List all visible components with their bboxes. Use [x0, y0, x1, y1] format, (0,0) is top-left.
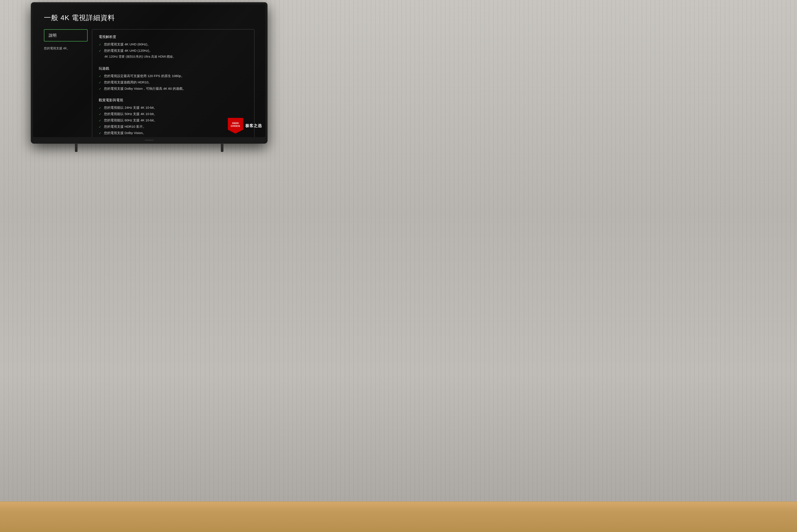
check-item: ✓ 您的電視能以 60Hz 支援 4K 10-bit。: [99, 117, 248, 124]
check-icon: ✓: [99, 74, 101, 79]
check-icon: ✓: [99, 49, 101, 54]
tv-wrapper: 一般 4K 電視詳細資料 說明 您的電視支援 4K。 電視解析度 ✓ 您的電視支…: [31, 3, 267, 152]
geek-badge: GEEK CHOICE: [228, 118, 243, 134]
menu-item-description[interactable]: 說明: [44, 29, 88, 41]
tv-leg-left: [75, 143, 77, 152]
check-icon: ✓: [99, 131, 101, 136]
check-icon: ✓: [99, 118, 101, 124]
tv-brand-mark: [145, 140, 153, 140]
tv-bezel-bottom: [33, 137, 265, 143]
section-title-resolution: 電視解析度: [99, 35, 248, 39]
left-panel: 說明 您的電視支援 4K。: [44, 29, 88, 137]
check-icon: ✓: [99, 106, 101, 111]
check-item: ✓ 您的電視支援 Dolby Vision，可執行最高 4K 60 的遊戲。: [99, 86, 248, 92]
check-item: ✓ 您的電視支援 HDR10 影片。: [99, 124, 248, 130]
check-item: ✓ 您的電視能以 24Hz 支援 4K 10-bit。: [99, 105, 248, 111]
watermark: GEEK CHOICE 极客之选: [228, 118, 262, 134]
geek-text-line2: CHOICE: [231, 125, 240, 128]
check-icon: ✓: [99, 87, 101, 92]
screen-content: 一般 4K 電視詳細資料 說明 您的電視支援 4K。 電視解析度 ✓ 您的電視支…: [33, 4, 265, 137]
section-title-movies: 觀賞電影與電視: [99, 98, 248, 102]
tv-outer-bezel: 一般 4K 電視詳細資料 說明 您的電視支援 4K。 電視解析度 ✓ 您的電視支…: [31, 3, 267, 143]
main-content: 說明 您的電視支援 4K。 電視解析度 ✓ 您的電視支援 4K UHD (60H…: [44, 29, 255, 137]
check-item: ✓ 您的電視支援 4K UHD (60Hz)。: [99, 41, 248, 48]
check-icon: ✓: [99, 125, 101, 130]
tv-stand: [31, 143, 267, 152]
support-subtext: 您的電視支援 4K。: [44, 46, 88, 51]
tv-screen: 一般 4K 電視詳細資料 說明 您的電視支援 4K。 電視解析度 ✓ 您的電視支…: [33, 4, 265, 137]
check-item: ✓ 您的電視支援 Dolby Vision。: [99, 130, 248, 136]
check-item: ✓ 您的電視設定最高可支援使用 120 FPS 的原生 1080p。: [99, 73, 248, 79]
check-item: ✓ 您的電視能以 50Hz 支援 4K 10-bit。: [99, 111, 248, 117]
check-item: ✓ 您的電視支援遊戲用的 HDR10。: [99, 79, 248, 86]
tv-leg-right: [221, 143, 223, 152]
page-title: 一般 4K 電視詳細資料: [44, 13, 255, 23]
chinese-watermark: 极客之选: [245, 123, 262, 128]
check-icon: ✓: [99, 112, 101, 117]
indent-item: 4K 120Hz 需要 (個別出售的) Ultra 高速 HDMI 纜線。: [99, 54, 248, 59]
check-icon: ✓: [99, 80, 101, 86]
section-title-gaming: 玩遊戲: [99, 66, 248, 71]
check-icon: ✓: [99, 42, 101, 48]
geek-text-line1: GEEK: [232, 122, 239, 125]
check-item: ✓ 您的電視支援 4K UHD (120Hz)。: [99, 48, 248, 54]
